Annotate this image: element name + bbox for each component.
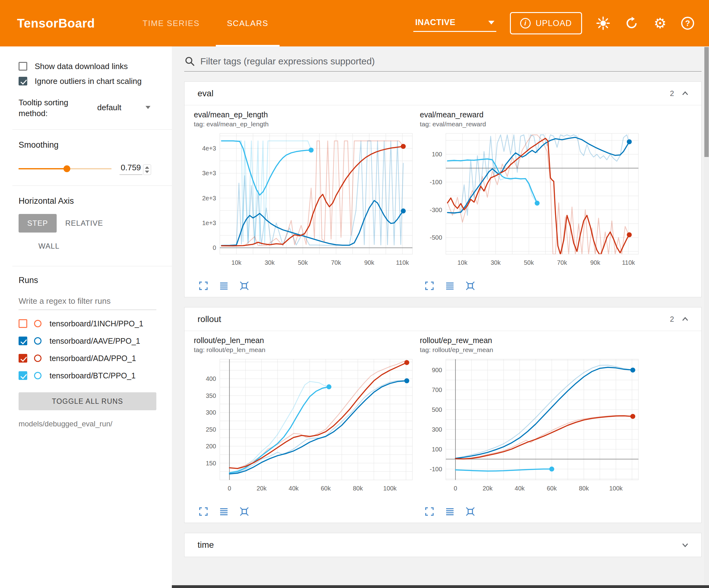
toggle-all-runs-button[interactable]: TOGGLE ALL RUNS: [19, 392, 156, 410]
svg-text:-300: -300: [430, 207, 442, 213]
line-chart[interactable]: 10k30k50k70k90k110k100-100-300-500: [420, 129, 643, 278]
svg-text:300: 300: [206, 409, 216, 416]
run-row[interactable]: tensorboard/1INCH/PPO_1: [19, 315, 163, 332]
vertical-scrollbar[interactable]: [704, 47, 709, 585]
fit-domain-icon[interactable]: [239, 281, 250, 291]
fit-domain-icon[interactable]: [465, 506, 476, 517]
collapse-up-icon[interactable]: [680, 314, 690, 324]
charts-row: rollout/ep_len_mean tag: rollout/ep_len_…: [185, 331, 701, 523]
expand-down-icon[interactable]: [680, 540, 690, 550]
settings-gear-icon[interactable]: ⚙: [653, 16, 667, 31]
search-icon: [184, 56, 195, 67]
brightness-icon[interactable]: [596, 16, 610, 31]
line-chart[interactable]: 10k30k50k70k90k110k01e+32e+33e+34e+3: [194, 129, 417, 278]
svg-text:70k: 70k: [331, 259, 341, 266]
run-checkbox[interactable]: [19, 371, 27, 380]
tooltip-sorting-select[interactable]: default: [96, 101, 152, 116]
run-label: tensorboard/AAVE/PPO_1: [50, 337, 140, 346]
tag-filter-input[interactable]: [200, 56, 702, 67]
data-table-icon[interactable]: [218, 281, 229, 291]
expand-icon[interactable]: [198, 281, 209, 291]
fit-domain-icon[interactable]: [465, 281, 476, 291]
runs-filter-input[interactable]: [19, 295, 156, 310]
smoothing-stepper[interactable]: [143, 164, 151, 175]
stepper-down-icon[interactable]: [145, 171, 149, 173]
svg-text:110k: 110k: [622, 259, 635, 266]
run-checkbox[interactable]: [19, 337, 27, 345]
dashboard-main: eval 2 eval/mean_ep_length tag: eval/mea…: [172, 47, 709, 588]
show-download-links-row[interactable]: Show data download links: [19, 59, 163, 74]
tab-time-series[interactable]: TIME SERIES: [129, 0, 213, 47]
run-row[interactable]: tensorboard/AAVE/PPO_1: [19, 332, 163, 350]
svg-text:90k: 90k: [364, 259, 374, 266]
chart-block: eval/mean_ep_length tag: eval/mean_ep_le…: [194, 110, 420, 292]
axis-step-button[interactable]: STEP: [19, 214, 57, 233]
fit-domain-icon[interactable]: [239, 506, 250, 517]
expand-icon[interactable]: [424, 506, 435, 517]
tooltip-sorting-label: Tooltip sorting method:: [19, 97, 85, 119]
data-table-icon[interactable]: [445, 506, 455, 517]
run-color-ring: [34, 320, 42, 327]
upload-button[interactable]: i UPLOAD: [510, 12, 582, 34]
svg-text:60k: 60k: [321, 485, 331, 492]
tab-bar: TIME SERIES SCALARS: [129, 0, 282, 47]
collapse-up-icon[interactable]: [680, 88, 690, 99]
run-checkbox[interactable]: [19, 354, 27, 363]
line-chart[interactable]: 020k40k60k80k100k150200250300350400: [194, 355, 417, 504]
svg-text:20k: 20k: [257, 485, 267, 492]
svg-text:10k: 10k: [231, 259, 241, 266]
run-row[interactable]: tensorboard/BTC/PPO_1: [19, 367, 163, 384]
slider-fill: [19, 168, 67, 169]
axis-relative-button[interactable]: RELATIVE: [57, 214, 112, 233]
horizontal-axis-buttons: STEP RELATIVE WALL: [19, 214, 121, 255]
smoothing-row: 0.759: [19, 162, 163, 175]
svg-text:1e+3: 1e+3: [202, 220, 216, 226]
card-eval-header[interactable]: eval 2: [185, 82, 701, 105]
expand-icon[interactable]: [198, 506, 209, 517]
axis-wall-button[interactable]: WALL: [30, 237, 68, 255]
card-rollout-header[interactable]: rollout 2: [185, 307, 701, 331]
ignore-outliers-checkbox[interactable]: [19, 77, 27, 85]
header-actions: INACTIVE i UPLOAD: [413, 12, 694, 34]
smoothing-value-input[interactable]: 0.759: [120, 162, 142, 175]
data-table-icon[interactable]: [218, 506, 229, 517]
stepper-up-icon[interactable]: [145, 166, 149, 169]
svg-text:50k: 50k: [524, 259, 534, 266]
slider-thumb[interactable]: [63, 165, 70, 172]
tab-scalars[interactable]: SCALARS: [213, 0, 282, 47]
run-row[interactable]: tensorboard/ADA/PPO_1: [19, 350, 163, 367]
svg-text:3e+3: 3e+3: [202, 170, 216, 177]
chevron-down-icon: [146, 106, 151, 109]
card-title: rollout: [198, 314, 221, 324]
card-title: time: [198, 540, 214, 550]
data-table-icon[interactable]: [445, 281, 455, 291]
smoothing-slider[interactable]: [19, 165, 111, 172]
run-checkbox[interactable]: [19, 319, 27, 328]
runs-list: tensorboard/1INCH/PPO_1tensorboard/AAVE/…: [19, 315, 163, 384]
svg-text:-100: -100: [430, 466, 442, 472]
svg-text:-500: -500: [430, 234, 442, 241]
refresh-icon[interactable]: [624, 16, 639, 31]
chart-toolbar: [194, 279, 420, 292]
svg-text:110k: 110k: [396, 259, 409, 266]
ignore-outliers-row[interactable]: Ignore outliers in chart scaling: [19, 74, 163, 88]
svg-text:30k: 30k: [491, 259, 501, 266]
show-download-links-checkbox[interactable]: [19, 62, 27, 71]
svg-text:90k: 90k: [590, 259, 600, 266]
runs-label: Runs: [19, 276, 163, 285]
card-time-header[interactable]: time: [185, 533, 701, 557]
run-label: tensorboard/1INCH/PPO_1: [50, 319, 143, 328]
data-status-dropdown[interactable]: INACTIVE: [413, 15, 496, 32]
svg-text:70k: 70k: [557, 259, 567, 266]
info-icon: i: [520, 18, 531, 28]
svg-text:350: 350: [206, 392, 216, 399]
svg-text:40k: 40k: [289, 485, 299, 492]
expand-icon[interactable]: [424, 281, 435, 291]
chart-tag: tag: rollout/ep_len_mean: [194, 346, 420, 354]
svg-text:250: 250: [206, 426, 216, 433]
line-chart[interactable]: 020k40k60k80k100k-100100300500700900: [420, 355, 643, 504]
scrollbar-thumb[interactable]: [704, 47, 709, 157]
smoothing-label: Smoothing: [19, 140, 163, 150]
help-icon[interactable]: ?: [681, 17, 694, 30]
horizontal-scrollbar[interactable]: [172, 585, 709, 588]
